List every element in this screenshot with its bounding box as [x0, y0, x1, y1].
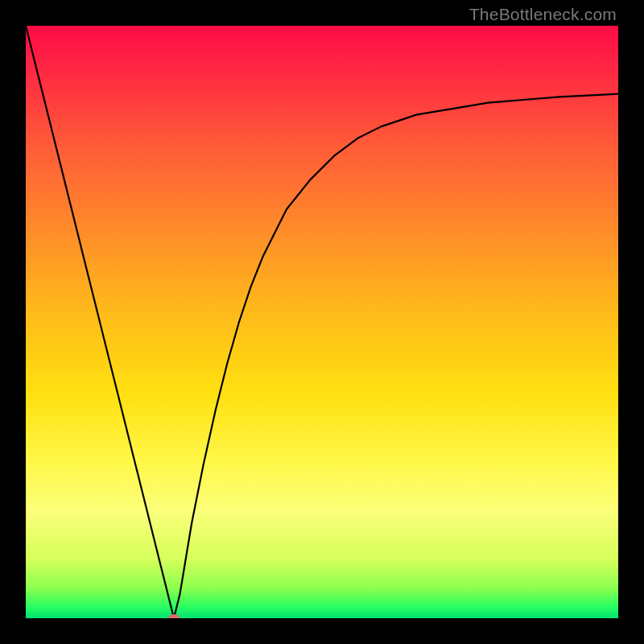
curve-svg — [26, 26, 618, 618]
watermark-text: TheBottleneck.com — [469, 5, 617, 24]
min-marker-dot — [168, 614, 180, 618]
chart-frame: TheBottleneck.com — [0, 0, 644, 644]
plot-area — [26, 26, 618, 618]
curve-path — [26, 26, 618, 618]
